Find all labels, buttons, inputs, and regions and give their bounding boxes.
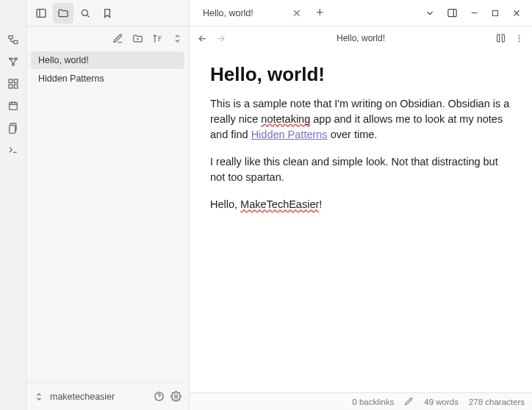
toggle-sidebar-icon[interactable] (31, 3, 51, 24)
canvas-icon[interactable] (7, 78, 19, 90)
nav-back-icon[interactable] (197, 33, 208, 44)
svg-rect-12 (37, 9, 46, 17)
file-item[interactable]: Hidden Patterns (31, 70, 184, 87)
ribbon (0, 0, 26, 410)
svg-rect-16 (448, 10, 456, 17)
command-palette-icon[interactable] (7, 144, 19, 156)
svg-point-18 (519, 35, 520, 36)
svg-rect-8 (14, 84, 18, 88)
window-maximize-icon[interactable] (491, 9, 500, 18)
window-minimize-icon[interactable] (470, 8, 479, 18)
nav-forward-icon[interactable] (215, 33, 226, 44)
note-paragraph: This is a sample note that I'm writing o… (210, 96, 511, 143)
svg-point-13 (82, 10, 87, 15)
char-count[interactable]: 278 characters (469, 398, 525, 406)
svg-point-19 (519, 37, 520, 39)
svg-point-15 (175, 395, 178, 398)
internal-link[interactable]: Hidden Patterns (251, 129, 328, 140)
note-paragraph: Hello, MakeTechEasier! (210, 197, 511, 212)
tab-active[interactable]: Hello, world! ✕ (195, 3, 309, 24)
edit-mode-icon[interactable] (404, 397, 414, 406)
search-tab-icon[interactable] (75, 3, 96, 24)
svg-rect-7 (9, 84, 12, 88)
files-tab-icon[interactable] (53, 3, 73, 24)
vault-footer: maketecheasier (26, 382, 189, 410)
spell-error: MakeTechEasier (240, 198, 319, 210)
window-close-icon[interactable] (511, 8, 522, 18)
daily-note-icon[interactable] (7, 100, 19, 112)
sort-icon[interactable] (152, 33, 163, 44)
collapse-icon[interactable] (172, 33, 183, 44)
tabs-row: Hello, world! ✕ + (190, 0, 532, 26)
bookmarks-tab-icon[interactable] (97, 3, 118, 24)
window-controls (425, 7, 526, 18)
svg-rect-9 (9, 102, 17, 109)
note-heading: Hello, world! (210, 63, 511, 86)
svg-rect-11 (9, 126, 15, 134)
sidebar-tools (26, 26, 189, 50)
svg-point-4 (12, 64, 14, 66)
close-tab-icon[interactable]: ✕ (292, 7, 301, 19)
svg-rect-0 (9, 36, 12, 39)
new-folder-icon[interactable] (132, 33, 143, 44)
help-icon[interactable] (154, 391, 165, 402)
toggle-right-sidebar-icon[interactable] (447, 7, 458, 18)
more-options-icon[interactable] (514, 33, 525, 44)
note-paragraph: I really like this clean and simple look… (210, 154, 511, 185)
status-bar: 0 backlinks 49 words 278 characters (190, 392, 532, 410)
svg-rect-6 (14, 79, 18, 83)
new-tab-button[interactable]: + (309, 5, 331, 21)
vault-switcher-icon[interactable] (34, 392, 44, 402)
sidebar: Hello, world! Hidden Patterns maketechea… (26, 0, 190, 410)
main: Hello, world! ✕ + (190, 0, 532, 410)
editor[interactable]: Hello, world! This is a sample note that… (190, 50, 532, 392)
svg-point-2 (9, 58, 11, 60)
settings-icon[interactable] (170, 391, 181, 402)
graph-icon[interactable] (7, 56, 19, 68)
tab-dropdown-icon[interactable] (425, 8, 435, 18)
svg-rect-1 (13, 40, 17, 43)
quick-switcher-icon[interactable] (7, 34, 19, 46)
templates-icon[interactable] (7, 122, 19, 134)
vault-name[interactable]: maketecheasier (50, 392, 148, 402)
file-item[interactable]: Hello, world! (31, 51, 184, 69)
word-count[interactable]: 49 words (424, 398, 459, 406)
svg-rect-17 (493, 10, 498, 15)
tab-title: Hello, world! (203, 8, 284, 18)
sidebar-tabs (26, 0, 189, 26)
view-title[interactable]: Hello, world! (232, 33, 489, 43)
backlinks-count[interactable]: 0 backlinks (352, 398, 394, 406)
view-header: Hello, world! (190, 26, 532, 50)
reading-mode-icon[interactable] (495, 33, 506, 44)
spell-error: notetaking (261, 113, 310, 125)
new-note-icon[interactable] (112, 33, 123, 44)
file-list: Hello, world! Hidden Patterns (26, 50, 189, 382)
svg-point-3 (15, 58, 17, 60)
svg-rect-5 (9, 79, 12, 83)
svg-point-20 (519, 40, 520, 42)
